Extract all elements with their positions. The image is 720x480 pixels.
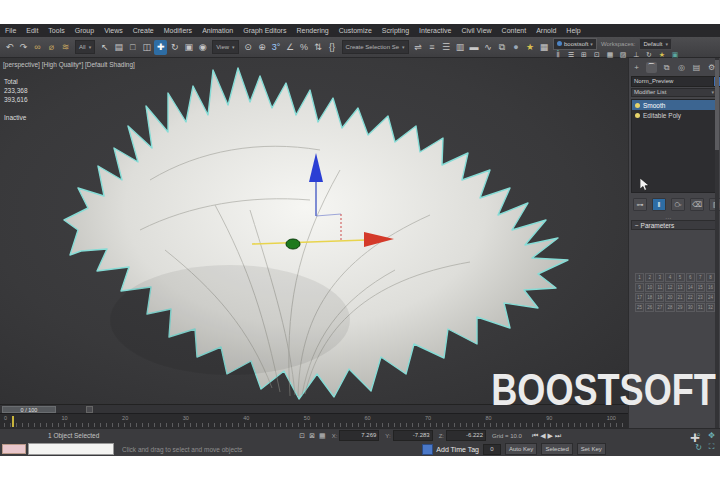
smoothing-group-button[interactable]: 5: [676, 273, 685, 282]
add-time-tag[interactable]: Add Time Tag: [422, 444, 479, 455]
menu-item[interactable]: Customize: [334, 24, 377, 37]
next-frame-nub[interactable]: [86, 406, 93, 413]
smoothing-group-button[interactable]: 26: [645, 303, 654, 312]
smoothing-group-button[interactable]: 10: [645, 283, 654, 292]
rendered-frame-icon[interactable]: ▦: [538, 40, 551, 55]
smoothing-group-button[interactable]: 6: [686, 273, 695, 282]
smoothing-group-button[interactable]: 9: [635, 283, 644, 292]
maxscript-mini-listener[interactable]: [28, 443, 114, 455]
schematic-view-icon[interactable]: ⧉: [496, 40, 509, 55]
menu-item[interactable]: Rendering: [291, 24, 333, 37]
select-and-move-icon[interactable]: ✚: [154, 40, 167, 55]
smoothing-group-button[interactable]: 7: [696, 273, 705, 282]
smoothing-group-button[interactable]: 21: [676, 293, 685, 302]
smoothing-group-button[interactable]: 17: [635, 293, 644, 302]
menu-item[interactable]: Animation: [197, 24, 238, 37]
toggle-ribbon-icon[interactable]: ▬: [468, 40, 481, 55]
show-end-result-icon[interactable]: ‖: [652, 198, 666, 211]
material-editor-icon[interactable]: ●: [510, 40, 523, 55]
menu-item[interactable]: File: [0, 24, 21, 37]
hierarchy-tab-icon[interactable]: ⧉: [661, 62, 672, 73]
smoothing-group-button[interactable]: 4: [665, 273, 674, 282]
menu-item[interactable]: Interactive: [414, 24, 456, 37]
previous-frame-icon[interactable]: ◀: [540, 432, 545, 440]
auto-key-button[interactable]: Auto Key: [505, 443, 537, 455]
selection-filter-dropdown[interactable]: All▾: [75, 40, 95, 54]
orbit-icon[interactable]: ↻: [695, 443, 702, 452]
menu-item[interactable]: Modifiers: [159, 24, 197, 37]
curve-editor-icon[interactable]: ∿: [482, 40, 495, 55]
toggle-scene-explorer-icon[interactable]: ☰: [440, 40, 453, 55]
smoothing-group-button[interactable]: 30: [686, 303, 695, 312]
align-icon[interactable]: ≡: [426, 40, 439, 55]
smoothing-group-button[interactable]: 13: [676, 283, 685, 292]
select-and-rotate-icon[interactable]: ↻: [168, 40, 181, 55]
perspective-viewport[interactable]: [perspective] [High Quality*] [Default S…: [0, 58, 628, 404]
go-to-end-icon[interactable]: ⏭: [555, 432, 561, 440]
smoothing-group-button[interactable]: 20: [665, 293, 674, 302]
shell-model[interactable]: [0, 58, 628, 404]
workspace-dropdown[interactable]: Default ▾: [639, 38, 672, 50]
menu-item[interactable]: Arnold: [531, 24, 561, 37]
menu-item[interactable]: Group: [70, 24, 99, 37]
menu-item[interactable]: Create: [128, 24, 159, 37]
select-and-link-icon[interactable]: ∞: [31, 40, 44, 55]
pan-hand-icon[interactable]: ✥: [708, 431, 715, 440]
create-tab-icon[interactable]: +: [631, 62, 642, 73]
modifier-visibility-icon[interactable]: [635, 113, 640, 118]
rectangular-selection-region-icon[interactable]: □: [126, 40, 139, 55]
unlink-selection-icon[interactable]: ⌀: [45, 40, 58, 55]
render-setup-icon[interactable]: ★: [524, 40, 537, 55]
smoothing-group-button[interactable]: 18: [645, 293, 654, 302]
x-coordinate-field[interactable]: 7.269: [339, 430, 379, 441]
smoothing-group-button[interactable]: 16: [706, 283, 715, 292]
maxscript-mini-listener-pink[interactable]: [2, 444, 26, 454]
absolute-mode-icon[interactable]: ▦: [319, 432, 326, 440]
smoothing-group-button[interactable]: 29: [676, 303, 685, 312]
bind-to-space-warp-icon[interactable]: ≋: [59, 40, 72, 55]
time-slider-handle[interactable]: 0 / 100: [2, 406, 56, 413]
percent-snap-icon[interactable]: %: [298, 40, 311, 55]
select-and-scale-icon[interactable]: ▣: [182, 40, 195, 55]
snaps-toggle-icon[interactable]: 3°: [270, 40, 283, 55]
smoothing-group-button[interactable]: 27: [655, 303, 664, 312]
smoothing-group-button[interactable]: 23: [696, 293, 705, 302]
smoothing-group-button[interactable]: 25: [635, 303, 644, 312]
smoothing-group-button[interactable]: 32: [706, 303, 715, 312]
toggle-layer-explorer-icon[interactable]: ▥: [454, 40, 467, 55]
menu-item[interactable]: Tools: [43, 24, 69, 37]
z-coordinate-field[interactable]: -6.222: [446, 430, 486, 441]
current-frame-field[interactable]: 0: [483, 444, 501, 455]
signin-dropdown[interactable]: boostsoft ▾: [553, 38, 597, 50]
smoothing-group-button[interactable]: 15: [696, 283, 705, 292]
set-key-button[interactable]: Set Key: [577, 443, 606, 455]
select-object-icon[interactable]: ↖: [98, 40, 111, 55]
window-crossing-icon[interactable]: ◫: [140, 40, 153, 55]
zoom-icon[interactable]: ⌕: [696, 430, 700, 440]
select-by-name-icon[interactable]: ▤: [112, 40, 125, 55]
menu-item[interactable]: Views: [99, 24, 128, 37]
modifier-list-dropdown[interactable]: Modifier List ▾: [631, 88, 717, 97]
display-tab-icon[interactable]: ▤: [691, 62, 702, 73]
menu-item[interactable]: Edit: [21, 24, 43, 37]
parameters-rollout-header[interactable]: − Parameters: [631, 220, 717, 230]
gizmo-center-handle[interactable]: [286, 239, 300, 249]
menu-item[interactable]: Content: [497, 24, 532, 37]
isolate-selection-icon[interactable]: ⊡: [299, 432, 305, 440]
named-selection-set-dropdown[interactable]: Create Selection Se▾: [342, 40, 409, 54]
smoothing-group-button[interactable]: 28: [665, 303, 674, 312]
modifier-stack-row[interactable]: Editable Poly: [632, 110, 716, 120]
play-icon[interactable]: ▶: [548, 432, 553, 440]
make-unique-icon[interactable]: ⧂: [671, 198, 685, 211]
pin-stack-icon[interactable]: ⊶: [633, 198, 647, 211]
smoothing-group-button[interactable]: 19: [655, 293, 664, 302]
menu-item[interactable]: Help: [561, 24, 585, 37]
smoothing-group-button[interactable]: 14: [686, 283, 695, 292]
key-filter-dropdown[interactable]: Selected: [541, 443, 572, 455]
angle-snap-icon[interactable]: ∠: [284, 40, 297, 55]
select-and-place-icon[interactable]: ◉: [196, 40, 209, 55]
go-to-start-icon[interactable]: ⏮: [532, 432, 538, 440]
smoothing-group-button[interactable]: 12: [665, 283, 674, 292]
smoothing-group-button[interactable]: 1: [635, 273, 644, 282]
select-and-manipulate-icon[interactable]: ⊕: [256, 40, 269, 55]
